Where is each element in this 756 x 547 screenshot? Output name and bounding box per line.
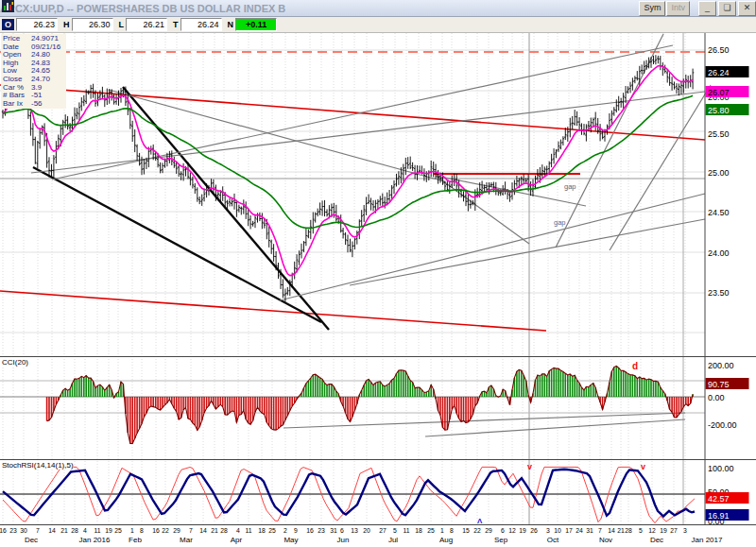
close-button[interactable]: ✕ (738, 1, 756, 16)
svg-text:18: 18 (415, 527, 422, 534)
svg-text:28: 28 (220, 527, 228, 534)
open-label: O (2, 19, 14, 30)
svg-text:Jan 2016: Jan 2016 (79, 536, 111, 544)
svg-text:8: 8 (450, 527, 454, 534)
svg-text:0.00: 0.00 (708, 393, 725, 402)
net-label: N (228, 20, 234, 29)
data-box: Price24.9071 Date09/21/16 Open24.80 High… (1, 34, 66, 109)
intv-button[interactable]: Intv (666, 1, 690, 16)
svg-text:11: 11 (245, 527, 251, 534)
svg-text:11: 11 (94, 527, 100, 534)
window-title: ARCX:UUP,D -- POWERSHARES DB US DOLLAR I… (0, 3, 639, 14)
svg-text:19: 19 (519, 527, 526, 534)
svg-text:Mar: Mar (180, 536, 193, 544)
svg-text:7: 7 (189, 527, 193, 534)
trade-label: T (173, 20, 179, 29)
svg-text:6: 6 (501, 527, 505, 534)
svg-text:2: 2 (284, 527, 287, 534)
svg-text:v: v (527, 462, 532, 471)
svg-text:Feb: Feb (129, 536, 142, 544)
svg-text:100.00: 100.00 (708, 464, 734, 473)
title-bar[interactable]: ARCX:UUP,D -- POWERSHARES DB US DOLLAR I… (0, 0, 756, 17)
svg-text:23: 23 (318, 527, 325, 534)
svg-text:5: 5 (393, 527, 397, 534)
svg-text:14: 14 (608, 527, 615, 534)
svg-text:21: 21 (60, 527, 68, 534)
app-icon (2, 0, 14, 12)
svg-text:31: 31 (586, 527, 593, 534)
svg-text:8: 8 (140, 527, 144, 534)
svg-text:18: 18 (258, 527, 266, 534)
svg-text:22: 22 (473, 527, 481, 534)
sym-button[interactable]: Sym (639, 1, 665, 16)
svg-text:24: 24 (576, 527, 583, 534)
svg-text:15: 15 (462, 527, 470, 534)
svg-text:27: 27 (379, 527, 387, 534)
svg-text:25: 25 (268, 527, 276, 534)
svg-text:14: 14 (48, 527, 56, 534)
svg-text:25.80: 25.80 (708, 106, 730, 115)
svg-text:31: 31 (330, 527, 337, 534)
svg-text:Jun: Jun (337, 536, 350, 544)
svg-text:19: 19 (105, 527, 112, 534)
restore-button[interactable]: ❏ (718, 1, 736, 16)
svg-text:Dec: Dec (25, 536, 38, 544)
svg-text:gap: gap (554, 218, 566, 227)
low-label: L (119, 20, 125, 29)
svg-text:14: 14 (199, 527, 207, 534)
net-change-value: +0.11 (235, 18, 277, 31)
chart-canvas[interactable]: 26.5026.0025.5025.0024.5024.0023.50200.0… (0, 0, 756, 547)
stoch-panel-label: StochRSI(14,14(1),5) (2, 461, 74, 470)
svg-text:1: 1 (130, 527, 134, 534)
svg-text:25.00: 25.00 (708, 168, 730, 178)
chart-window: 26.5026.0025.5025.0024.5024.0023.50200.0… (0, 0, 756, 547)
minimize-button[interactable]: _ (698, 1, 716, 16)
svg-text:23: 23 (9, 527, 17, 534)
svg-text:7: 7 (36, 527, 40, 534)
quote-strip: O 26.23 H 26.30 L 26.21 T 26.24 N +0.11 (0, 17, 756, 33)
svg-text:1: 1 (440, 527, 444, 534)
svg-text:21: 21 (211, 527, 218, 534)
svg-text:28: 28 (625, 527, 632, 534)
svg-text:200.00: 200.00 (708, 361, 734, 370)
svg-text:26.07: 26.07 (708, 88, 730, 97)
svg-text:29: 29 (173, 527, 180, 534)
svg-text:May: May (284, 536, 298, 544)
svg-text:42.57: 42.57 (708, 494, 730, 504)
svg-text:3: 3 (683, 527, 687, 534)
svg-text:21: 21 (617, 527, 625, 534)
svg-text:Jan 2017: Jan 2017 (692, 536, 723, 544)
svg-text:9: 9 (294, 527, 298, 534)
svg-text:23.50: 23.50 (708, 288, 730, 298)
databox-barix-label: Bar Ix (3, 100, 31, 109)
svg-text:11: 11 (403, 527, 409, 534)
svg-text:d: d (632, 361, 638, 371)
svg-text:Apr: Apr (231, 536, 243, 544)
svg-text:25: 25 (427, 527, 435, 534)
svg-text:12: 12 (648, 527, 656, 534)
svg-text:Nov: Nov (599, 536, 612, 544)
svg-text:v: v (641, 462, 645, 471)
svg-text:25.50: 25.50 (708, 129, 730, 139)
svg-text:Λ: Λ (477, 517, 483, 525)
svg-text:Sep: Sep (494, 536, 508, 544)
high-value: 26.30 (72, 18, 113, 31)
svg-text:90.75: 90.75 (708, 380, 730, 389)
svg-text:6: 6 (340, 527, 344, 534)
svg-text:22: 22 (162, 527, 169, 534)
cci-panel-label: CCI(20) (2, 358, 28, 367)
low-value: 26.21 (126, 18, 167, 31)
svg-text:16: 16 (0, 527, 7, 534)
svg-text:12: 12 (508, 527, 516, 534)
trade-value: 26.24 (180, 18, 222, 31)
svg-text:26.24: 26.24 (708, 68, 730, 77)
svg-text:7: 7 (598, 527, 602, 534)
svg-text:16: 16 (306, 527, 314, 534)
svg-text:25: 25 (114, 527, 122, 534)
svg-text:Aug: Aug (439, 536, 453, 544)
svg-text:Oct: Oct (547, 536, 559, 544)
svg-text:13: 13 (351, 527, 358, 534)
svg-text:5: 5 (639, 527, 643, 534)
svg-text:16.91: 16.91 (708, 511, 730, 521)
svg-text:24.00: 24.00 (708, 248, 730, 258)
